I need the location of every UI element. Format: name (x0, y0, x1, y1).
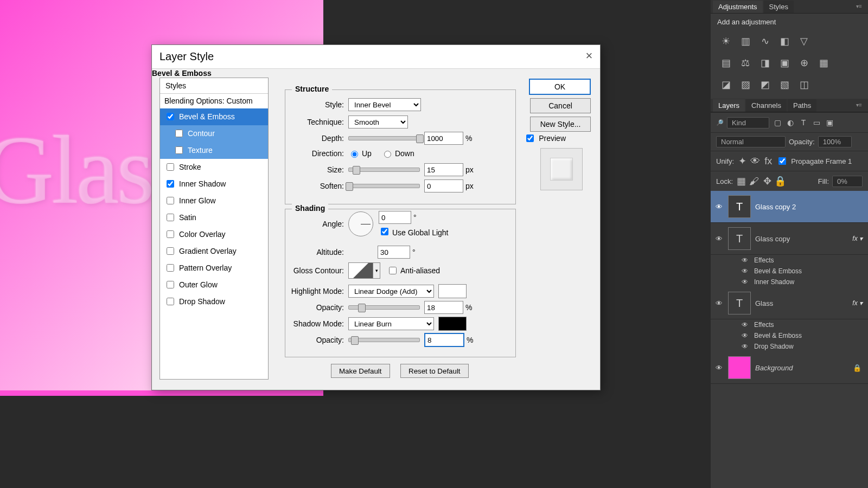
panel-flyout-icon[interactable]: ▾≡ (856, 3, 866, 10)
curves-icon[interactable]: ∿ (758, 35, 771, 48)
filter-type-icon[interactable]: T (799, 116, 808, 129)
inner-shadow-checkbox[interactable] (167, 180, 174, 188)
unify-style-icon[interactable]: fx (763, 155, 773, 168)
highlight-color-swatch[interactable] (438, 284, 467, 298)
make-default-button[interactable]: Make Default (331, 364, 390, 378)
preview-checkbox[interactable] (526, 134, 534, 142)
effect-row[interactable]: 👁Bevel & Emboss (711, 330, 868, 341)
gloss-contour-dropdown-icon[interactable]: ▾ (373, 262, 380, 279)
new-style-button[interactable]: New Style... (530, 117, 591, 132)
ok-button[interactable]: OK (529, 79, 591, 95)
style-select[interactable]: Inner Bevel (348, 98, 421, 111)
highlight-mode-select[interactable]: Linear Dodge (Add) (348, 285, 434, 298)
styles-item-inner-shadow[interactable]: Inner Shadow (160, 176, 268, 192)
effect-row[interactable]: 👁Inner Shadow (711, 277, 868, 287)
tab-channels[interactable]: Channels (746, 99, 787, 112)
layers-flyout-icon[interactable]: ▾≡ (856, 102, 866, 108)
cancel-button[interactable]: Cancel (530, 98, 591, 113)
shadow-color-swatch[interactable] (438, 317, 467, 331)
unify-visibility-icon[interactable]: 👁 (750, 155, 760, 168)
visibility-toggle-icon[interactable]: 👁 (740, 321, 750, 329)
visibility-toggle-icon[interactable]: 👁 (740, 332, 750, 339)
size-input[interactable] (424, 163, 463, 176)
gloss-contour-swatch[interactable] (348, 262, 373, 279)
filter-pixel-icon[interactable]: ▢ (773, 116, 782, 129)
filter-smart-icon[interactable]: ▣ (825, 116, 834, 129)
styles-item-outer-glow[interactable]: Outer Glow (160, 277, 268, 293)
direction-down-radio[interactable] (384, 151, 391, 158)
lookup-icon[interactable]: ▦ (817, 56, 830, 69)
visibility-toggle-icon[interactable]: 👁 (740, 256, 750, 264)
effect-row[interactable]: 👁Drop Shadow (711, 341, 868, 352)
search-icon[interactable]: 🔎 (716, 119, 724, 126)
tab-styles[interactable]: Styles (764, 1, 794, 13)
altitude-input[interactable] (378, 246, 410, 259)
angle-input[interactable] (379, 211, 411, 224)
styles-item-gradient-overlay[interactable]: Gradient Overlay (160, 243, 268, 260)
balance-icon[interactable]: ⚖ (739, 56, 752, 69)
tab-paths[interactable]: Paths (788, 99, 816, 112)
soften-slider[interactable] (348, 184, 420, 188)
layer-row-glass[interactable]: 👁 T Glass fx ▾ (711, 287, 868, 319)
styles-item-blending[interactable]: Blending Options: Custom (160, 94, 268, 108)
depth-input[interactable] (424, 132, 463, 145)
soften-input[interactable] (424, 179, 463, 192)
fill-input[interactable]: 0% (832, 176, 863, 187)
highlight-opacity-slider[interactable] (348, 305, 420, 310)
global-light-checkbox[interactable] (381, 228, 388, 235)
shadow-opacity-input[interactable] (424, 333, 464, 347)
visibility-toggle-icon[interactable]: 👁 (740, 267, 750, 275)
visibility-toggle-icon[interactable]: 👁 (714, 203, 724, 211)
exposure-icon[interactable]: ◧ (778, 35, 791, 48)
selective-color-icon[interactable]: ◫ (797, 78, 810, 91)
bevel-checkbox[interactable] (167, 113, 174, 120)
levels-icon[interactable]: ▥ (739, 35, 752, 48)
vibrance-icon[interactable]: ▽ (797, 35, 810, 48)
visibility-toggle-icon[interactable]: 👁 (740, 278, 750, 286)
size-slider[interactable] (348, 168, 420, 172)
shadow-opacity-slider[interactable] (348, 338, 420, 342)
invert-icon[interactable]: ◪ (719, 78, 732, 91)
lock-transparent-icon[interactable]: ▦ (736, 175, 746, 188)
visibility-toggle-icon[interactable]: 👁 (714, 235, 724, 243)
styles-item-pattern-overlay[interactable]: Pattern Overlay (160, 260, 268, 277)
inner-glow-checkbox[interactable] (167, 197, 174, 204)
filter-adjust-icon[interactable]: ◐ (786, 116, 795, 129)
styles-item-bevel[interactable]: Bevel & Emboss (160, 108, 268, 125)
styles-item-drop-shadow[interactable]: Drop Shadow (160, 293, 268, 310)
preview-toggle[interactable]: Preview (524, 133, 566, 144)
shadow-mode-select[interactable]: Linear Burn (348, 317, 434, 330)
layer-row-background[interactable]: 👁 Background 🔒 (711, 352, 868, 384)
gradientoverlay-checkbox[interactable] (167, 247, 174, 255)
contour-checkbox[interactable] (175, 130, 183, 137)
direction-up-radio[interactable] (351, 151, 358, 158)
patternoverlay-checkbox[interactable] (167, 264, 174, 272)
styles-item-contour[interactable]: Contour (160, 125, 268, 142)
stroke-checkbox[interactable] (167, 163, 174, 171)
visibility-toggle-icon[interactable]: 👁 (740, 343, 750, 350)
outerglow-checkbox[interactable] (167, 281, 174, 288)
blend-mode-select[interactable]: Normal (716, 136, 786, 147)
effect-row[interactable]: 👁Effects (711, 319, 868, 330)
propagate-checkbox[interactable] (778, 157, 786, 165)
depth-slider[interactable] (348, 136, 420, 140)
lock-position-icon[interactable]: ✥ (762, 175, 772, 188)
satin-checkbox[interactable] (167, 214, 174, 221)
angle-dial[interactable] (348, 211, 373, 236)
effect-row[interactable]: 👁Effects (711, 255, 868, 266)
texture-checkbox[interactable] (175, 146, 183, 154)
reset-default-button[interactable]: Reset to Default (400, 364, 469, 378)
layer-row-glass-copy-2[interactable]: 👁 T Glass copy 2 (711, 191, 868, 223)
highlight-opacity-input[interactable] (424, 301, 463, 314)
styles-item-texture[interactable]: Texture (160, 142, 268, 159)
brightness-icon[interactable]: ☀ (719, 35, 732, 48)
dropshadow-checkbox[interactable] (167, 298, 174, 305)
tab-adjustments[interactable]: Adjustments (713, 1, 763, 13)
threshold-icon[interactable]: ◩ (758, 78, 771, 91)
gradient-map-icon[interactable]: ▧ (778, 78, 791, 91)
styles-item-inner-glow[interactable]: Inner Glow (160, 192, 268, 209)
posterize-icon[interactable]: ▨ (739, 78, 752, 91)
antialiased-checkbox[interactable] (389, 267, 397, 274)
styles-item-satin[interactable]: Satin (160, 209, 268, 226)
unify-position-icon[interactable]: ✦ (737, 155, 747, 168)
